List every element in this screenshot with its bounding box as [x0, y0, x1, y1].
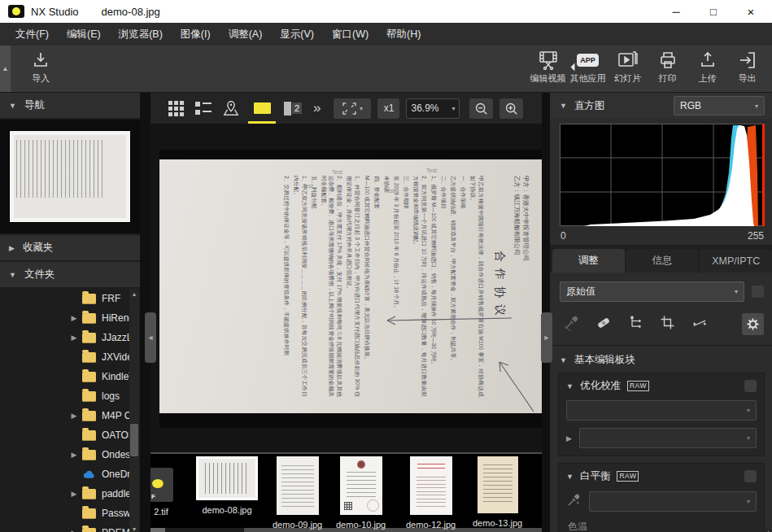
- import-button[interactable]: 导入: [20, 50, 62, 85]
- favorites-section-header[interactable]: ▶ 收藏夹: [0, 235, 140, 260]
- list-view-icon[interactable]: [193, 98, 214, 119]
- histogram-header-label: 直方图: [574, 99, 605, 113]
- preset-select[interactable]: 原始值 ▾: [560, 281, 744, 302]
- folder-item-jxvide[interactable]: JXVide: [0, 347, 140, 367]
- folder-item-paddle[interactable]: ▶ paddle: [0, 484, 140, 504]
- scroll-up-icon[interactable]: ▴: [765, 529, 772, 532]
- picture-control-select[interactable]: ▾: [566, 400, 757, 421]
- expand-right-icon[interactable]: ▶: [70, 314, 78, 322]
- nav-section-header[interactable]: ▼ 导航: [0, 93, 140, 118]
- left-sidebar: ▼ 导航 ▶ 收藏夹 ▼ 文件夹 FRF ▶ HiRend ▶ JJazz: [0, 93, 140, 532]
- menu-item-file[interactable]: 文件(F): [7, 23, 58, 46]
- menu-item-browser[interactable]: 浏览器(B): [110, 23, 172, 46]
- filmstrip-item-demo-12[interactable]: demo-12.jpg: [406, 456, 456, 530]
- scroll-up-icon[interactable]: ▴: [129, 290, 139, 298]
- wb-eyedropper-icon[interactable]: [566, 493, 581, 511]
- crop-icon[interactable]: [660, 315, 675, 334]
- export-button[interactable]: 导出: [727, 50, 767, 85]
- white-balance-card: ▼ 白平衡 RAW ▾ 色温: [558, 463, 765, 532]
- tab-xmp-iptc[interactable]: XMP/IPTC: [700, 249, 772, 273]
- zoom-1x-button[interactable]: x1: [377, 98, 399, 119]
- straighten-icon[interactable]: [691, 315, 709, 334]
- filmstrip-item-demo-09[interactable]: demo-09.jpg: [273, 456, 322, 530]
- close-icon[interactable]: ×: [743, 5, 759, 19]
- scrollbar-thumb[interactable]: [130, 424, 138, 456]
- folder-icon: [82, 411, 96, 421]
- edit-video-button[interactable]: 编辑视频: [528, 50, 568, 85]
- zoom-in-button[interactable]: [499, 98, 523, 119]
- settings-button[interactable]: [742, 313, 764, 335]
- expand-right-icon[interactable]: ▶: [70, 529, 78, 532]
- folder-item-onedrive[interactable]: OneDr: [0, 464, 140, 484]
- white-balance-checkbox[interactable]: [744, 470, 757, 482]
- menu-item-adjust[interactable]: 调整(A): [220, 23, 272, 46]
- folder-item-m4p[interactable]: ▶ M4P C: [0, 406, 140, 425]
- expand-right-icon[interactable]: ▶: [70, 451, 78, 459]
- filename-label: demo-13.jpg: [473, 518, 522, 528]
- folder-item-ondes[interactable]: ▶ Ondes: [0, 445, 140, 464]
- folder-item-passw[interactable]: Passwo: [0, 504, 140, 523]
- filmstrip-item-tif[interactable]: 2.tif: [150, 456, 173, 517]
- preset-checkbox[interactable]: [752, 286, 764, 298]
- minimize-icon[interactable]: ─: [668, 6, 684, 18]
- scroll-down-icon[interactable]: ▾: [129, 525, 139, 532]
- map-view-icon[interactable]: [220, 98, 242, 119]
- version-history-icon[interactable]: [628, 315, 644, 334]
- zoom-percent-select[interactable]: 36.9% ▾: [406, 98, 460, 119]
- sample-eyedropper-icon[interactable]: [563, 315, 579, 334]
- basic-edit-section-header[interactable]: ▼ 基本编辑板块: [550, 346, 772, 373]
- folder-item-kindle[interactable]: KindleT: [0, 367, 140, 386]
- folder-item-jjazzla[interactable]: ▶ JJazzLa: [0, 328, 140, 347]
- menu-item-window[interactable]: 窗口(W): [323, 23, 377, 46]
- expand-right-icon[interactable]: ▶: [70, 412, 78, 420]
- folder-item-logs[interactable]: logs: [0, 386, 140, 406]
- expand-right-icon[interactable]: ▶: [70, 490, 78, 498]
- compare-view-icon[interactable]: 2: [282, 102, 303, 116]
- collapse-left-panel-handle[interactable]: ◄: [145, 312, 156, 363]
- other-apps-button[interactable]: APP 其他应用: [568, 50, 608, 85]
- print-button[interactable]: 打印: [648, 50, 687, 85]
- folder-item-pdem[interactable]: ▶ PDEM: [0, 523, 140, 532]
- white-balance-select[interactable]: ▾: [589, 491, 757, 512]
- upload-button[interactable]: 上传: [687, 50, 727, 85]
- filmstrip: 2.tif demo-08.jpg demo-09.jpg demo-10.jp…: [150, 454, 542, 532]
- folders-scrollbar[interactable]: ▴ ▾: [129, 289, 139, 532]
- filmstrip-item-demo-10[interactable]: demo-10.jpg: [336, 456, 386, 530]
- picture-control-checkbox[interactable]: [744, 380, 757, 392]
- folders-section-header[interactable]: ▼ 文件夹: [0, 262, 140, 287]
- retouch-brush-icon[interactable]: [595, 315, 613, 334]
- fit-to-screen-button[interactable]: ▾: [334, 98, 371, 119]
- folder-item-hirend[interactable]: ▶ HiRend: [0, 308, 140, 328]
- tab-adjust[interactable]: 调整: [552, 249, 625, 273]
- slideshow-button[interactable]: 幻灯片: [608, 50, 648, 85]
- histogram-header[interactable]: ▼ 直方图 RGB ▾: [550, 93, 772, 119]
- menu-item-edit[interactable]: 编辑(E): [58, 23, 110, 46]
- zoom-out-button[interactable]: [469, 98, 493, 119]
- upload-icon: [698, 50, 717, 71]
- thumbnail-image: [478, 456, 518, 513]
- favorites-header-label: 收藏夹: [23, 241, 54, 255]
- more-views-icon[interactable]: »: [313, 100, 319, 116]
- menu-item-view[interactable]: 显示(V): [271, 23, 323, 46]
- expand-right-icon[interactable]: ▶: [70, 334, 78, 342]
- filmstrip-item-demo-13[interactable]: demo-13.jpg: [473, 456, 522, 528]
- image-canvas[interactable]: 甲方：香港大中华投资管理公司 乙方：镇江万海船舶有限公司 合作协议 甲乙双方根据…: [150, 124, 542, 452]
- collapse-right-panel-handle[interactable]: ►: [541, 312, 552, 363]
- navigation-preview[interactable]: [0, 120, 140, 233]
- maximize-icon[interactable]: □: [705, 6, 722, 18]
- folder-item-oatos[interactable]: OATOS: [0, 425, 140, 445]
- chevron-down-icon: ▾: [747, 407, 750, 414]
- menu-item-help[interactable]: 帮助(H): [377, 23, 430, 46]
- folder-item-frf[interactable]: FRF: [0, 289, 140, 308]
- grid-view-icon[interactable]: [165, 98, 186, 119]
- expand-right-icon[interactable]: ▶: [566, 434, 572, 443]
- histogram-channel-select[interactable]: RGB ▾: [674, 96, 765, 116]
- panel-scrollbar[interactable]: ▴: [765, 529, 772, 532]
- menu-item-image[interactable]: 图像(I): [172, 23, 220, 46]
- picture-control-sub-select[interactable]: ▾: [579, 428, 757, 448]
- filmstrip-item-demo-08[interactable]: demo-08.jpg: [196, 456, 258, 515]
- nx-studio-window: NX Studio demo-08.jpg ─ □ × 文件(F)编辑(E)浏览…: [0, 0, 772, 532]
- toolbar-collapse-icon[interactable]: ▲: [0, 46, 11, 92]
- single-image-view-button[interactable]: [248, 93, 276, 124]
- tab-info[interactable]: 信息: [626, 249, 699, 273]
